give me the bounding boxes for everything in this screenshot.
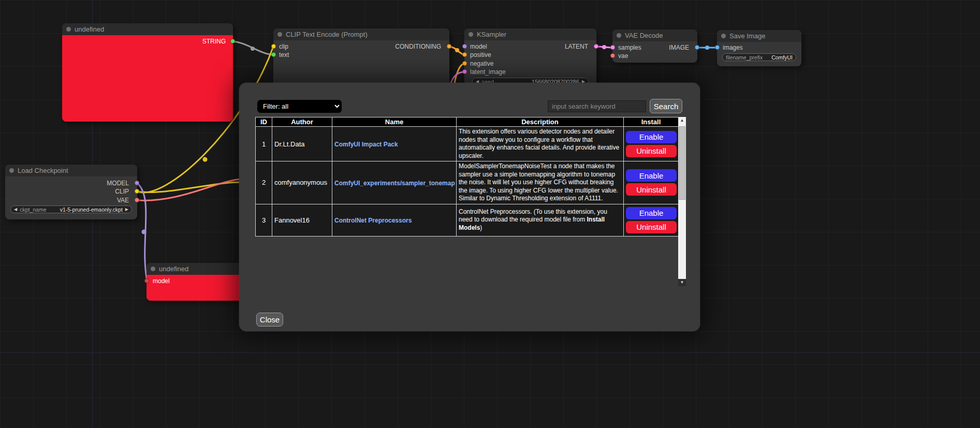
enable-button[interactable]: Enable	[626, 131, 677, 143]
output-label-latent: LATENT	[565, 43, 588, 50]
search-input[interactable]	[548, 100, 646, 112]
extension-description: ControlNet Preprocessors. (To use this e…	[457, 204, 624, 236]
table-header-row: ID Author Name Description Install	[256, 117, 679, 127]
node-title: Load Checkpoint	[18, 167, 68, 174]
extension-id: 1	[256, 127, 272, 161]
node-header[interactable]: VAE Decode	[612, 29, 697, 41]
search-button[interactable]: Search	[650, 99, 682, 113]
comfyui-graph-canvas[interactable]: undefined STRING CLIP Text Encode (Promp…	[0, 0, 980, 428]
widget-left-arrow-icon[interactable]: ◀	[14, 205, 17, 213]
input-label-positive: positive	[470, 51, 491, 58]
custom-nodes-manager-dialog: Filter: all Search ID Author Name Descri…	[239, 83, 700, 331]
extension-link[interactable]: ComfyUI Impact Pack	[334, 141, 398, 148]
input-slot-model[interactable]	[462, 44, 467, 49]
extension-link[interactable]: ControlNet Preprocessors	[334, 217, 412, 224]
output-label-conditioning: CONDITIONING	[395, 43, 441, 50]
extension-table-zone: ID Author Name Description Install 1 Dr.…	[255, 117, 687, 287]
filter-select[interactable]: Filter: all	[257, 100, 342, 113]
uninstall-button[interactable]: Uninstall	[626, 183, 677, 196]
input-label-vae: vae	[618, 52, 628, 60]
extension-id: 2	[256, 161, 272, 204]
input-slot-samples[interactable]	[610, 45, 615, 50]
input-label-images: images	[723, 44, 743, 51]
close-button[interactable]: Close	[256, 313, 283, 327]
node-header[interactable]: Load Checkpoint	[5, 165, 137, 176]
output-label-image: IMAGE	[669, 44, 689, 51]
input-label-negative: negative	[470, 60, 493, 67]
node-vae-decode[interactable]: VAE Decode samples vae IMAGE	[612, 29, 697, 63]
extension-author: Fannovel16	[272, 204, 332, 236]
node-header[interactable]: Save Image	[717, 30, 801, 42]
description-text: ModelSamplerTonemapNoiseTest a node that…	[459, 163, 618, 202]
node-collapse-dot-icon[interactable]	[66, 27, 71, 32]
table-scrollbar[interactable]: ▲ ▼	[678, 117, 686, 286]
extension-table: ID Author Name Description Install 1 Dr.…	[255, 117, 679, 237]
input-slot-images[interactable]	[715, 45, 720, 50]
input-label-model: model	[470, 43, 487, 50]
scrollbar-up-arrow-icon[interactable]: ▲	[678, 117, 686, 124]
node-title: undefined	[159, 265, 188, 273]
output-label-clip: CLIP	[115, 188, 129, 195]
uninstall-button[interactable]: Uninstall	[626, 145, 677, 157]
output-label-model: MODEL	[107, 180, 129, 187]
node-title: undefined	[75, 25, 104, 33]
enable-button[interactable]: Enable	[626, 169, 677, 182]
missing-node-body	[62, 35, 233, 122]
output-slot-image[interactable]	[695, 45, 699, 50]
node-header[interactable]: CLIP Text Encode (Prompt)	[273, 28, 449, 40]
node-header[interactable]: undefined	[147, 263, 243, 275]
node-collapse-dot-icon[interactable]	[151, 267, 155, 271]
node-title: Save Image	[729, 32, 765, 40]
scrollbar-thumb[interactable]	[679, 126, 685, 200]
input-slot-model[interactable]	[144, 278, 149, 283]
node-save-image[interactable]: Save Image images filename_prefix ComfyU…	[717, 30, 801, 66]
extension-row: 3 Fannovel16 ControlNet Preprocessors Co…	[256, 204, 679, 236]
output-slot-string[interactable]	[230, 39, 235, 43]
node-header[interactable]: undefined	[62, 23, 233, 35]
extension-author: comfyanonymous	[272, 161, 332, 204]
input-slot-clip[interactable]	[271, 44, 276, 49]
grid-axis-horizontal	[0, 352, 980, 353]
column-header-id: ID	[256, 117, 272, 127]
output-slot-conditioning[interactable]	[447, 44, 451, 49]
input-slot-vae[interactable]	[610, 53, 615, 58]
extension-description: ModelSamplerTonemapNoiseTest a node that…	[457, 161, 624, 204]
node-collapse-dot-icon[interactable]	[617, 33, 621, 38]
column-header-description: Description	[457, 117, 624, 127]
output-slot-vae[interactable]	[135, 198, 139, 202]
output-slot-clip[interactable]	[135, 189, 139, 194]
column-header-name: Name	[332, 117, 457, 127]
node-collapse-dot-icon[interactable]	[277, 32, 282, 37]
output-label-string: STRING	[202, 38, 226, 45]
scrollbar-down-arrow-icon[interactable]: ▼	[678, 279, 686, 286]
uninstall-button[interactable]: Uninstall	[626, 221, 677, 233]
input-slot-positive[interactable]	[462, 52, 467, 57]
node-title: KSampler	[477, 31, 506, 38]
extension-author: Dr.Lt.Data	[272, 127, 332, 161]
node-ksampler[interactable]: KSampler model positive negative latent_…	[464, 28, 596, 86]
input-slot-text[interactable]	[271, 52, 276, 57]
input-slot-negative[interactable]	[462, 61, 467, 66]
filename-prefix-widget[interactable]: filename_prefix ComfyUI	[722, 53, 796, 61]
column-header-install: Install	[624, 117, 679, 127]
node-collapse-dot-icon[interactable]	[9, 168, 14, 173]
node-undefined-string[interactable]: undefined STRING	[62, 23, 233, 122]
node-undefined-model[interactable]: undefined model	[147, 263, 243, 301]
ckpt-name-widget[interactable]: ◀ ckpt_name v1-5-pruned-emaonly.ckpt ▶	[10, 205, 132, 213]
node-load-checkpoint[interactable]: Load Checkpoint MODEL CLIP VAE ◀ ckpt_na…	[5, 165, 137, 219]
node-title: CLIP Text Encode (Prompt)	[286, 31, 368, 38]
enable-button[interactable]: Enable	[626, 207, 677, 219]
widget-right-arrow-icon[interactable]: ▶	[125, 205, 128, 213]
extension-row: 1 Dr.Lt.Data ComfyUI Impact Pack This ex…	[256, 127, 679, 161]
node-collapse-dot-icon[interactable]	[469, 32, 473, 37]
output-slot-latent[interactable]	[594, 44, 598, 49]
extension-description: This extension offers various detector n…	[457, 127, 624, 161]
output-slot-model[interactable]	[135, 181, 139, 185]
extension-link[interactable]: ComfyUI_experiments/sampler_tonemap	[334, 180, 455, 187]
output-label-vae: VAE	[117, 197, 129, 204]
filename-prefix-label: filename_prefix	[726, 54, 763, 61]
description-text: This extension offers various detector n…	[459, 128, 619, 159]
node-header[interactable]: KSampler	[464, 28, 596, 40]
node-collapse-dot-icon[interactable]	[721, 34, 726, 38]
input-slot-latent-image[interactable]	[462, 69, 467, 74]
